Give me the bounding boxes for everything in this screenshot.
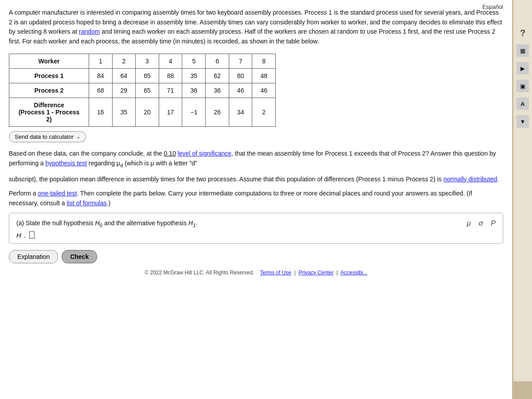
alternative-hypothesis-link[interactable]: alternative hypothesis H1 bbox=[127, 219, 196, 227]
footer: © 2022 McGraw Hill LLC. All Rights Reser… bbox=[9, 270, 503, 278]
h-label: H bbox=[16, 231, 21, 239]
p1-val-7: 80 bbox=[229, 68, 252, 83]
p2-val-4: 71 bbox=[159, 83, 182, 98]
p1-val-8: 48 bbox=[252, 68, 276, 83]
table-col-2: 2 bbox=[112, 54, 136, 68]
intro-paragraph: A computer manufacturer is interested in… bbox=[9, 8, 503, 47]
p2-val-3: 65 bbox=[136, 83, 159, 98]
sidebar-icon-text[interactable]: A bbox=[516, 98, 529, 110]
p2-val-1: 68 bbox=[89, 83, 113, 98]
list-of-formulas-link[interactable]: list of formulas bbox=[66, 200, 106, 207]
level-of-significance-link[interactable]: level of significance bbox=[178, 150, 231, 157]
sidebar-icon-play[interactable]: ▶ bbox=[516, 62, 529, 74]
p2-val-6: 36 bbox=[206, 83, 229, 98]
table-header-worker: Worker bbox=[9, 54, 89, 68]
hypothesis-input[interactable] bbox=[29, 231, 35, 239]
table-col-3: 3 bbox=[136, 54, 159, 68]
body-paragraph-1: Based on these data, can the company con… bbox=[9, 149, 503, 170]
data-table: Worker 1 2 3 4 5 6 7 8 Process 1 84 64 8… bbox=[9, 54, 276, 127]
section-a-instruction: (a) State the null hypothesis H0 and the… bbox=[16, 219, 496, 228]
colon-dot: . bbox=[24, 231, 26, 239]
check-button[interactable]: Check bbox=[62, 250, 97, 263]
difference-label: Difference(Process 1 - Process 2) bbox=[9, 98, 89, 126]
section-a-box: μ σ P (a) State the null hypothesis H0 a… bbox=[9, 213, 503, 244]
p1-val-6: 62 bbox=[206, 68, 229, 83]
right-sidebar: ? ▦ ▶ ▣ A ▼ bbox=[513, 0, 532, 381]
send-data-button[interactable]: Send data to calculator ⌄ bbox=[9, 131, 86, 142]
table-col-1: 1 bbox=[89, 54, 113, 68]
p2-val-8: 46 bbox=[252, 83, 276, 98]
bottom-buttons: Explanation Check bbox=[9, 250, 503, 263]
process2-label: Process 2 bbox=[9, 83, 89, 98]
p1-val-5: 35 bbox=[182, 68, 206, 83]
terms-of-use-link[interactable]: Terms of Use bbox=[260, 270, 291, 276]
diff-val-4: 17 bbox=[159, 98, 182, 126]
p1-val-2: 64 bbox=[112, 68, 136, 83]
p-symbol[interactable]: P bbox=[491, 219, 496, 227]
hypothesis-test-link[interactable]: hypothesis test bbox=[45, 160, 86, 167]
p1-val-3: 85 bbox=[136, 68, 159, 83]
null-hypothesis-link[interactable]: null hypothesis H0 bbox=[52, 219, 102, 227]
normally-distributed-link[interactable]: normally distributed bbox=[443, 176, 497, 183]
diff-val-7: 34 bbox=[229, 98, 252, 126]
table-row-process2: Process 2 68 29 65 71 36 36 46 46 bbox=[9, 83, 276, 98]
table-row-difference: Difference(Process 1 - Process 2) 16 35 … bbox=[9, 98, 276, 126]
sidebar-icon-question[interactable]: ? bbox=[516, 27, 529, 39]
footer-copyright: © 2022 McGraw Hill LLC. All Rights Reser… bbox=[145, 270, 254, 276]
symbol-toolbar: μ σ P bbox=[467, 219, 496, 227]
diff-val-3: 20 bbox=[136, 98, 159, 126]
random-link[interactable]: random bbox=[79, 28, 100, 35]
language-button[interactable]: Español bbox=[482, 4, 503, 10]
mu-symbol[interactable]: μ bbox=[467, 219, 471, 227]
explanation-label: Explanation bbox=[17, 253, 50, 260]
sigma-symbol[interactable]: σ bbox=[479, 219, 483, 227]
table-col-5: 5 bbox=[182, 54, 206, 68]
process1-label: Process 1 bbox=[9, 68, 89, 83]
chevron-down-icon: ⌄ bbox=[76, 134, 80, 140]
privacy-center-link[interactable]: Privacy Center bbox=[299, 270, 334, 276]
diff-val-5: −1 bbox=[182, 98, 206, 126]
table-row-process1: Process 1 84 64 85 88 35 62 80 48 bbox=[9, 68, 276, 83]
diff-val-8: 2 bbox=[252, 98, 276, 126]
explanation-button[interactable]: Explanation bbox=[9, 250, 58, 263]
body-paragraph-2: subscript), the population mean differen… bbox=[9, 174, 503, 184]
diff-val-1: 16 bbox=[89, 98, 113, 126]
table-col-8: 8 bbox=[252, 54, 276, 68]
one-tailed-test-link[interactable]: one-tailed test bbox=[38, 190, 77, 197]
table-col-7: 7 bbox=[229, 54, 252, 68]
body-paragraph-3: Perform a one-tailed test. Then complete… bbox=[9, 188, 503, 208]
p2-val-5: 36 bbox=[182, 83, 206, 98]
send-data-label: Send data to calculator bbox=[15, 133, 74, 140]
language-label: Español bbox=[482, 4, 503, 10]
diff-val-6: 26 bbox=[206, 98, 229, 126]
hypothesis-input-row: H . bbox=[16, 231, 496, 239]
p1-val-4: 88 bbox=[159, 68, 182, 83]
p1-val-1: 84 bbox=[89, 68, 113, 83]
sidebar-icon-down[interactable]: ▼ bbox=[516, 115, 529, 128]
p2-val-7: 46 bbox=[229, 83, 252, 98]
accessibility-link[interactable]: Accessibi... bbox=[340, 270, 368, 276]
p2-val-2: 29 bbox=[112, 83, 136, 98]
table-col-4: 4 bbox=[159, 54, 182, 68]
check-label: Check bbox=[70, 253, 89, 260]
table-col-6: 6 bbox=[206, 54, 229, 68]
sidebar-icon-grid[interactable]: ▦ bbox=[516, 44, 529, 57]
diff-val-2: 35 bbox=[112, 98, 136, 126]
sidebar-icon-table[interactable]: ▣ bbox=[516, 80, 529, 92]
